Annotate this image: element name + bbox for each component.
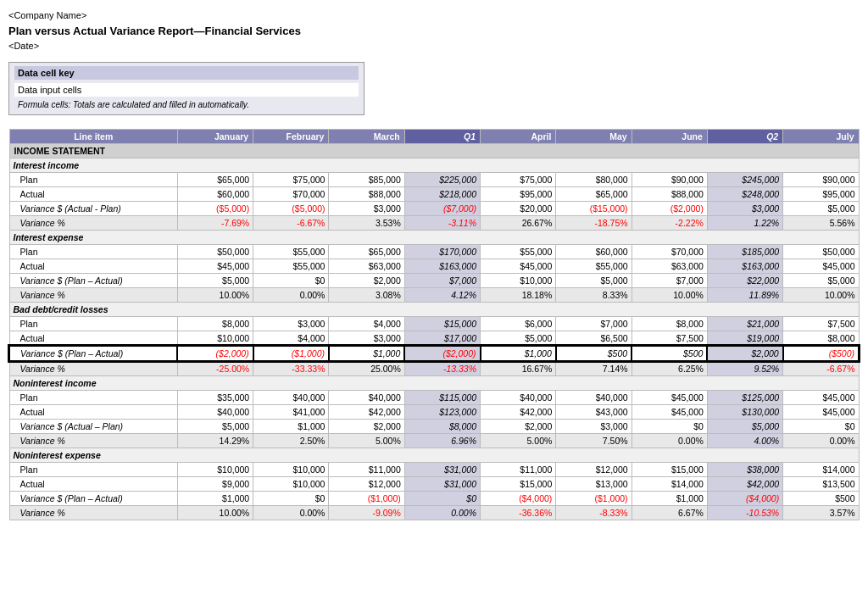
report-date: <Date> (8, 39, 860, 53)
table-cell: 6.25% (632, 361, 707, 376)
table-row: Actual$40,000$41,000$42,000$123,000$42,0… (9, 404, 859, 419)
col-header-apr: April (481, 129, 556, 143)
subsection-header-row: Interest expense (9, 230, 859, 244)
row-label: Actual (9, 331, 177, 346)
table-cell: $15,000 (632, 462, 707, 476)
table-cell: 4.12% (404, 287, 480, 302)
table-cell: $163,000 (707, 259, 782, 273)
table-cell: 6.67% (632, 505, 707, 520)
table-cell: $41,000 (253, 404, 329, 419)
table-cell: $115,000 (404, 390, 480, 404)
table-row: Variance $ (Plan – Actual)$1,000$0($1,00… (9, 491, 859, 505)
table-cell: $163,000 (404, 259, 480, 273)
table-cell: 10.00% (177, 505, 253, 520)
table-cell: $60,000 (556, 244, 632, 259)
table-cell: $8,000 (632, 316, 707, 331)
table-cell: 26.67% (481, 215, 556, 230)
table-cell: $123,000 (404, 404, 480, 419)
table-cell: $95,000 (481, 186, 556, 201)
col-header-mar: March (329, 129, 404, 143)
table-cell: $0 (404, 491, 480, 505)
table-cell: $45,000 (783, 259, 859, 273)
table-cell: $125,000 (707, 390, 782, 404)
table-cell: $14,000 (632, 476, 707, 491)
table-cell: $85,000 (329, 172, 404, 186)
table-cell: $90,000 (783, 172, 859, 186)
report-title: Plan versus Actual Variance Report—Finan… (8, 23, 860, 40)
table-row: Variance $ (Plan – Actual)($2,000)($1,00… (9, 346, 859, 361)
table-cell: $1,000 (253, 419, 329, 433)
table-cell: 0.00% (632, 433, 707, 448)
section-header-row: INCOME STATEMENT (9, 143, 859, 158)
table-row: Variance %10.00%0.00%3.08%4.12%18.18%8.3… (9, 287, 859, 302)
table-cell: $9,000 (177, 476, 253, 491)
table-cell: -10.53% (707, 505, 782, 520)
company-name: <Company Name> (8, 8, 860, 23)
subsection-label: Noninterest expense (9, 448, 859, 462)
table-row: Variance %-25.00%-33.33%25.00%-13.33%16.… (9, 361, 859, 376)
table-cell: ($1,000) (253, 346, 329, 361)
subsection-header-row: Bad debt/credit losses (9, 302, 859, 316)
table-cell: 5.00% (329, 433, 404, 448)
row-label: Plan (9, 390, 177, 404)
subsection-label: Noninterest income (9, 375, 859, 390)
table-cell: $75,000 (253, 172, 329, 186)
table-cell: 7.14% (556, 361, 632, 376)
table-cell: 0.00% (783, 433, 859, 448)
table-cell: $1,000 (481, 346, 556, 361)
table-row: Variance $ (Actual - Plan)($5,000)($5,00… (9, 201, 859, 215)
table-cell: $42,000 (481, 404, 556, 419)
table-cell: 6.96% (404, 433, 480, 448)
table-cell: $7,000 (632, 273, 707, 287)
table-cell: $0 (632, 419, 707, 433)
table-cell: $500 (632, 346, 707, 361)
table-cell: $10,000 (253, 462, 329, 476)
table-cell: $5,000 (707, 419, 782, 433)
table-cell: $75,000 (481, 172, 556, 186)
table-cell: $45,000 (783, 390, 859, 404)
table-cell: $95,000 (783, 186, 859, 201)
col-header-lineitem: Line item (9, 129, 177, 143)
table-cell: ($7,000) (404, 201, 480, 215)
table-cell: $3,000 (707, 201, 782, 215)
table-cell: $10,000 (481, 273, 556, 287)
table-cell: $15,000 (481, 476, 556, 491)
table-cell: $8,000 (783, 331, 859, 346)
table-cell: $65,000 (329, 244, 404, 259)
table-cell: $2,000 (329, 419, 404, 433)
table-cell: $31,000 (404, 462, 480, 476)
variance-table: Line item January February March Q1 Apri… (8, 129, 860, 520)
table-cell: $88,000 (329, 186, 404, 201)
row-label: Plan (9, 244, 177, 259)
subsection-label: Interest expense (9, 230, 859, 244)
table-cell: $5,000 (783, 273, 859, 287)
table-cell: $42,000 (329, 404, 404, 419)
table-row: Variance $ (Actual – Plan)$5,000$1,000$2… (9, 419, 859, 433)
table-cell: $5,000 (177, 273, 253, 287)
section-label: INCOME STATEMENT (9, 143, 859, 158)
col-header-q1: Q1 (404, 129, 480, 143)
table-cell: 8.33% (556, 287, 632, 302)
table-cell: $11,000 (329, 462, 404, 476)
table-cell: $12,000 (329, 476, 404, 491)
table-cell: $43,000 (556, 404, 632, 419)
row-label: Variance % (9, 505, 177, 520)
col-header-jun: June (632, 129, 707, 143)
row-label: Actual (9, 476, 177, 491)
table-cell: 3.53% (329, 215, 404, 230)
table-cell: 0.00% (253, 287, 329, 302)
table-cell: $40,000 (481, 390, 556, 404)
row-label: Plan (9, 462, 177, 476)
table-cell: ($4,000) (707, 491, 782, 505)
table-cell: $6,000 (481, 316, 556, 331)
table-cell: $19,000 (707, 331, 782, 346)
table-cell: 10.00% (177, 287, 253, 302)
table-cell: 10.00% (783, 287, 859, 302)
table-cell: -6.67% (783, 361, 859, 376)
table-cell: $70,000 (253, 186, 329, 201)
table-cell: $50,000 (783, 244, 859, 259)
table-cell: $3,000 (556, 419, 632, 433)
table-cell: $42,000 (707, 476, 782, 491)
table-cell: $5,000 (556, 273, 632, 287)
table-cell: ($500) (783, 346, 859, 361)
